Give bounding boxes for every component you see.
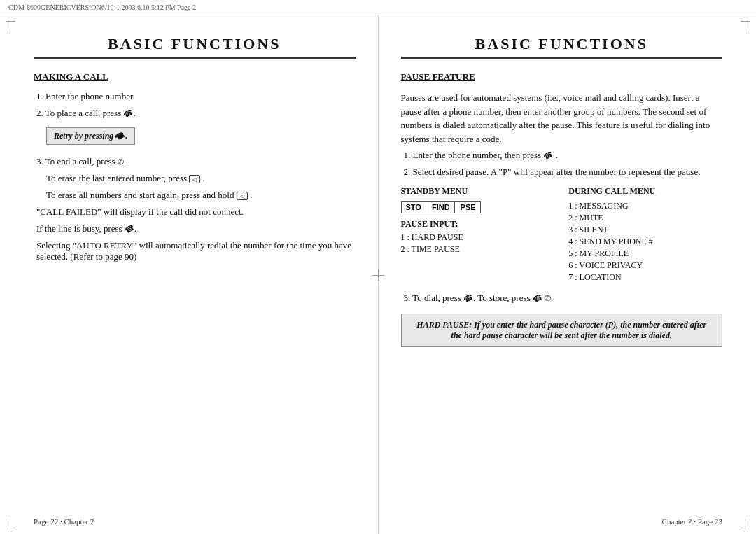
erase-last-text: To erase the last entered number, press xyxy=(46,173,187,183)
step2-text: 2. To place a call, press xyxy=(36,108,121,118)
sto-button[interactable]: STO xyxy=(402,202,426,213)
left-section-heading: MAKING A CALL xyxy=(34,71,356,83)
right-send-icon: ☎ xyxy=(542,149,555,162)
menu-area: STANDBY MENU STO FIND PSE PAUSE INPUT: 1… xyxy=(401,186,723,284)
during-call-list: 1 : MESSAGING 2 : MUTE 3 : SILENT 4 : SE… xyxy=(568,201,722,283)
step2-item: 2. To place a call, press ☎. xyxy=(34,108,356,119)
retry-phone-icon: ☎ xyxy=(114,129,127,142)
right-step2-text: 2. Select desired pause. A "P" will appe… xyxy=(404,167,701,177)
menu-item-voice-privacy: 6 : VOICE PRIVACY xyxy=(568,260,722,271)
left-page: BASIC FUNCTIONS MAKING A CALL 1. Enter t… xyxy=(0,15,379,534)
menu-item-location: 7 : LOCATION xyxy=(568,272,722,283)
busy-item: If the line is busy, press ☎. xyxy=(34,223,356,234)
bksp-icon: ◁ xyxy=(189,175,200,183)
during-call-title: DURING CALL MENU xyxy=(568,186,722,197)
send-phone-icon: ☎ xyxy=(122,107,135,120)
cross-mark-right xyxy=(373,269,384,281)
find-button[interactable]: FIND xyxy=(428,202,455,213)
step1-item: 1. Enter the phone number. xyxy=(34,91,356,102)
menu-item-messaging: 1 : MESSAGING xyxy=(568,201,722,211)
hard-pause-option: 1 : HARD PAUSE xyxy=(401,232,555,243)
right-title: BASIC FUNCTIONS xyxy=(401,35,723,59)
standby-menu-title: STANDBY MENU xyxy=(401,186,555,197)
erase-all-item: To erase all numbers and start again, pr… xyxy=(46,190,356,201)
page-container: BASIC FUNCTIONS MAKING A CALL 1. Enter t… xyxy=(0,15,756,534)
pause-input-label: PAUSE INPUT: xyxy=(401,219,555,230)
menu-item-mute: 2 : MUTE xyxy=(568,213,722,223)
header-text: CDM-8600GENERICVERSION6/10-1 2003.6.10 5… xyxy=(8,3,196,11)
right-step3: 3. To dial, press ☎. To store, press ☎ ✆… xyxy=(401,293,723,304)
retry-box: Retry by pressing ☎. xyxy=(46,127,135,145)
right-step1: 1. Enter the phone number, then press ☎ … xyxy=(401,150,723,161)
right-intro: Pauses are used for automated systems (i… xyxy=(401,91,723,146)
corner-bl xyxy=(6,519,15,528)
end-call-icon: ✆ xyxy=(118,157,124,167)
busy-text: If the line is busy, press xyxy=(36,223,122,234)
auto-retry-item: Selecting "AUTO RETRY" will automaticall… xyxy=(34,240,356,262)
step1-text: 1. Enter the phone number. xyxy=(36,91,135,101)
note-text: HARD PAUSE: If you enter the hard pause … xyxy=(416,320,706,340)
during-call-menu-col: DURING CALL MENU 1 : MESSAGING 2 : MUTE … xyxy=(568,186,722,284)
right-page: BASIC FUNCTIONS PAUSE FEATURE Pauses are… xyxy=(379,15,757,534)
store-icon2: ✆ xyxy=(545,294,551,303)
left-footer: Page 22 · Chapter 2 xyxy=(34,517,94,526)
menu-item-silent: 3 : SILENT xyxy=(568,225,722,235)
retry-box-container: Retry by pressing ☎. xyxy=(46,125,356,150)
standby-menu-col: STANDBY MENU STO FIND PSE PAUSE INPUT: 1… xyxy=(401,186,555,284)
step3-text: 3. To end a call, press xyxy=(36,156,115,167)
call-failed-text: "CALL FAILED" will display if the call d… xyxy=(36,206,244,217)
corner-tr xyxy=(741,21,750,31)
dial-icon: ☎ xyxy=(462,292,475,304)
right-step1-text: 1. Enter the phone number, then press xyxy=(404,150,542,160)
left-title: BASIC FUNCTIONS xyxy=(34,35,356,59)
busy-phone-icon: ☎ xyxy=(123,223,136,235)
note-box: HARD PAUSE: If you enter the hard pause … xyxy=(401,314,723,347)
right-step2: 2. Select desired pause. A "P" will appe… xyxy=(401,167,723,178)
right-footer: Chapter 2 · Page 23 xyxy=(662,517,722,526)
step3-item: 3. To end a call, press ✆. xyxy=(34,156,356,167)
menu-item-send-phone: 4 : SEND MY PHONE # xyxy=(568,237,722,247)
pause-options-list: 1 : HARD PAUSE 2 : TIME PAUSE xyxy=(401,232,555,255)
right-step3-text: 3. To dial, press ☎. To store, press ☎ ✆… xyxy=(404,293,554,303)
retry-text: Retry by pressing xyxy=(54,131,113,141)
pse-button[interactable]: PSE xyxy=(456,202,480,213)
corner-tl xyxy=(6,21,15,31)
time-pause-option: 2 : TIME PAUSE xyxy=(401,244,555,255)
auto-retry-text: Selecting "AUTO RETRY" will automaticall… xyxy=(36,240,351,262)
store-icon1: ☎ xyxy=(531,292,545,304)
bksp-hold-icon: ◁ xyxy=(237,192,248,200)
erase-all-text: To erase all numbers and start again, pr… xyxy=(46,190,234,200)
corner-br xyxy=(741,519,750,528)
call-failed-item: "CALL FAILED" will display if the call d… xyxy=(34,206,356,218)
menu-item-my-profile: 5 : MY PROFILE xyxy=(568,248,722,259)
standby-menu-buttons: STO FIND PSE xyxy=(401,201,481,213)
header-bar: CDM-8600GENERICVERSION6/10-1 2003.6.10 5… xyxy=(0,0,756,15)
erase-last-item: To erase the last entered number, press … xyxy=(46,173,356,184)
right-section-heading: PAUSE FEATURE xyxy=(401,71,723,83)
